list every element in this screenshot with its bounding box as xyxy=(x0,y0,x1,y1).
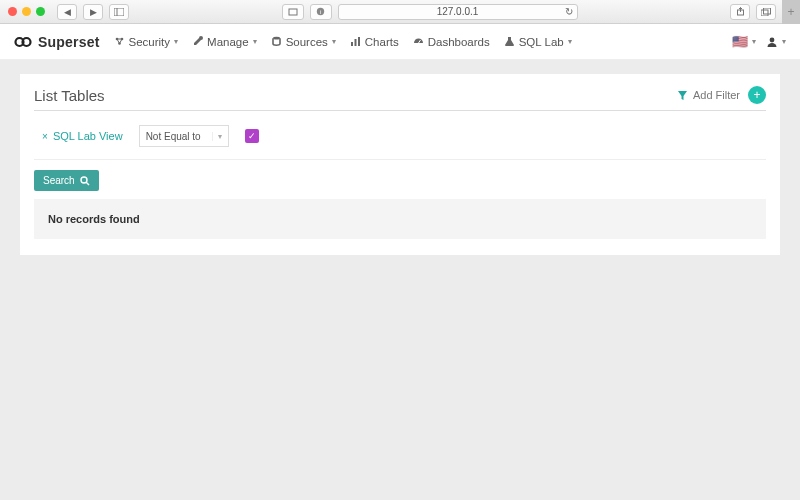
add-filter-label: Add Filter xyxy=(693,89,740,101)
flask-icon xyxy=(504,36,515,47)
svg-rect-18 xyxy=(351,42,353,46)
top-nav: Superset Security ▾ Manage ▾ Sources ▾ C… xyxy=(0,24,800,60)
svg-rect-8 xyxy=(764,8,771,14)
filter-chip[interactable]: × SQL Lab View xyxy=(42,130,123,142)
nav-manage-label: Manage xyxy=(207,36,249,48)
nav-dashboards[interactable]: Dashboards xyxy=(413,36,490,48)
svg-point-17 xyxy=(273,37,280,40)
close-window-icon[interactable] xyxy=(8,7,17,16)
panel-header: List Tables Add Filter + xyxy=(34,84,766,111)
add-filter-button[interactable]: Add Filter xyxy=(677,89,740,101)
forward-button[interactable]: ▶ xyxy=(83,4,103,20)
nav-dashboards-label: Dashboards xyxy=(428,36,490,48)
svg-rect-19 xyxy=(354,39,356,46)
tabs-button[interactable] xyxy=(756,4,776,20)
reload-icon[interactable]: ↻ xyxy=(565,6,573,17)
brand[interactable]: Superset xyxy=(14,34,100,50)
chevron-down-icon: ▾ xyxy=(332,37,336,46)
window-controls xyxy=(8,7,45,16)
share-button[interactable] xyxy=(730,4,750,20)
expand-button[interactable] xyxy=(282,4,304,20)
nav-right: 🇺🇸 ▾ ▾ xyxy=(732,34,786,49)
browser-chrome: ◀ ▶ i 127.0.0.1 ↻ + xyxy=(0,0,800,24)
security-icon xyxy=(114,36,125,47)
svg-rect-20 xyxy=(358,37,360,46)
search-icon xyxy=(80,176,90,186)
new-tab-button[interactable]: + xyxy=(782,0,800,24)
dashboard-icon xyxy=(413,36,424,47)
chevron-down-icon: ▾ xyxy=(568,37,572,46)
svg-rect-7 xyxy=(761,10,768,16)
nav-charts-label: Charts xyxy=(365,36,399,48)
user-icon xyxy=(766,36,778,48)
svg-text:i: i xyxy=(320,9,321,15)
svg-point-23 xyxy=(81,177,87,183)
chevron-down-icon: ▾ xyxy=(752,37,756,46)
svg-line-16 xyxy=(119,39,122,44)
maximize-window-icon[interactable] xyxy=(36,7,45,16)
chevron-down-icon: ▾ xyxy=(253,37,257,46)
nav-security-label: Security xyxy=(129,36,171,48)
database-icon xyxy=(271,36,282,47)
filter-operator-value: Not Equal to xyxy=(146,131,212,142)
panel-actions: Add Filter + xyxy=(677,86,766,104)
site-info-button[interactable]: i xyxy=(310,4,332,20)
search-button[interactable]: Search xyxy=(34,170,99,191)
nav-manage[interactable]: Manage ▾ xyxy=(192,36,257,48)
chevron-down-icon: ▾ xyxy=(212,132,222,141)
user-menu[interactable]: ▾ xyxy=(766,36,786,48)
svg-line-24 xyxy=(86,182,89,185)
panel: List Tables Add Filter + × SQL Lab View xyxy=(20,74,780,255)
brand-name: Superset xyxy=(38,34,100,50)
empty-message: No records found xyxy=(48,213,140,225)
wrench-icon xyxy=(192,36,203,47)
plus-icon: + xyxy=(753,88,760,102)
brand-logo-icon xyxy=(14,36,32,48)
nav-sources-label: Sources xyxy=(286,36,328,48)
search-row: Search xyxy=(34,160,766,199)
nav-sqllab[interactable]: SQL Lab ▾ xyxy=(504,36,572,48)
filter-icon xyxy=(677,90,688,101)
nav-charts[interactable]: Charts xyxy=(350,36,399,48)
address-bar[interactable]: 127.0.0.1 ↻ xyxy=(338,4,578,20)
nav-sources[interactable]: Sources ▾ xyxy=(271,36,336,48)
chart-icon xyxy=(350,36,361,47)
results-panel: No records found xyxy=(34,199,766,239)
address-bar-group: i 127.0.0.1 ↻ xyxy=(175,4,684,20)
chrome-right xyxy=(730,4,776,20)
address-url: 127.0.0.1 xyxy=(437,6,479,17)
filter-value-checkbox[interactable]: ✓ xyxy=(245,129,259,143)
check-icon: ✓ xyxy=(248,131,256,141)
sidebar-toggle-button[interactable] xyxy=(109,4,129,20)
svg-point-22 xyxy=(770,37,775,42)
remove-filter-icon[interactable]: × xyxy=(42,131,48,142)
page: List Tables Add Filter + × SQL Lab View xyxy=(0,60,800,269)
chevron-down-icon: ▾ xyxy=(782,37,786,46)
nav-security[interactable]: Security ▾ xyxy=(114,36,179,48)
filter-chip-label: SQL Lab View xyxy=(53,130,123,142)
svg-line-15 xyxy=(117,39,120,44)
minimize-window-icon[interactable] xyxy=(22,7,31,16)
chevron-down-icon: ▾ xyxy=(174,37,178,46)
nav-sqllab-label: SQL Lab xyxy=(519,36,564,48)
us-flag-icon: 🇺🇸 xyxy=(732,34,748,49)
search-button-label: Search xyxy=(43,175,75,186)
filter-operator-select[interactable]: Not Equal to ▾ xyxy=(139,125,229,147)
back-button[interactable]: ◀ xyxy=(57,4,77,20)
svg-rect-0 xyxy=(114,8,124,16)
locale-switcher[interactable]: 🇺🇸 ▾ xyxy=(732,34,756,49)
page-title: List Tables xyxy=(34,87,105,104)
add-record-button[interactable]: + xyxy=(748,86,766,104)
svg-rect-2 xyxy=(289,9,297,15)
filter-row: × SQL Lab View Not Equal to ▾ ✓ xyxy=(34,111,766,160)
